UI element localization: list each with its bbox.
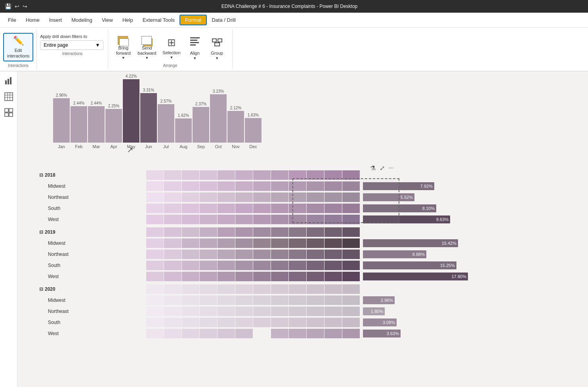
align-label: Align [190,51,199,56]
svg-rect-7 [5,80,7,84]
filter-icon[interactable]: ⚗ [370,164,376,172]
year-2018-row: ⊟ 2018 [39,170,580,181]
svg-rect-15 [5,109,8,112]
more-options-icon[interactable]: ··· [389,164,394,172]
selection-chevron: ▼ [170,55,174,59]
svg-rect-17 [5,113,8,116]
menu-data-drill[interactable]: Data / Drill [207,15,241,25]
send-backward-button[interactable]: Sendbackward ▼ [135,34,158,61]
group-label: Group [211,51,223,56]
svg-rect-6 [215,43,220,46]
edit-interactions-label: Edit interactions [7,48,29,59]
bar-jan: 2.96% [53,93,70,143]
bar-nov: 2.12% [227,106,244,143]
menu-format[interactable]: Format [179,15,207,25]
interactions-label-bottom: Interactions [40,50,105,56]
year-2018-label: 2018 [45,172,55,178]
content-area[interactable]: ↗ 2.96% 2.44% 2.44% [17,71,588,387]
menu-insert[interactable]: Insert [44,15,67,25]
align-button[interactable]: Align ▼ [185,34,205,61]
bar-northeast-2019: 8.88% [363,250,426,258]
expand-icon[interactable]: ⤢ [380,164,385,172]
entire-page-dropdown[interactable]: Entire page ▼ [40,40,103,50]
menu-file[interactable]: File [3,15,21,25]
dropdown-value: Entire page [44,42,68,48]
bar-chart: 2.96% 2.44% 2.44% 2.25% [49,79,334,143]
year-2020-row: ⊟ 2020 [39,284,580,295]
svg-rect-2 [190,42,199,43]
redo-icon[interactable]: ↪ [23,3,27,10]
row-2020-northeast: Northeast 1.80% [39,306,580,317]
undo-icon[interactable]: ↩ [15,3,19,10]
row-2018-midwest: Midwest 7.92% [39,181,580,192]
expand-2019-icon[interactable]: ⊟ [39,229,43,235]
bar-jul: 2.57% [158,99,174,143]
group-chevron: ▼ [215,56,219,60]
bar-west-2019: 17.80% [363,273,468,280]
svg-rect-4 [212,39,216,42]
matrix-visual[interactable]: ⚗ ⤢ ··· ⊟ 2018 [39,166,580,339]
bar-chart-panel-icon[interactable] [2,74,15,87]
window-title: EDNA Challenge # 6 - Insurance Complaint… [27,4,552,9]
expand-2020-icon[interactable]: ⊟ [39,286,43,292]
bar-chart-visual[interactable]: 2.96% 2.44% 2.44% 2.25% [49,79,334,149]
year-2019-label: 2019 [45,229,55,235]
bar-feb: 2.44% [71,101,87,143]
align-chevron: ▼ [193,56,197,60]
bar-south-2019: 15.25% [363,261,456,269]
bar-aug: 1.62% [175,113,192,143]
menu-external-tools[interactable]: External Tools [138,15,179,25]
year-2019-row: ⊟ 2019 [39,227,580,238]
matrix-toolbar: ⚗ ⤢ ··· [370,164,394,172]
row-2019-west: West 17.80% [39,271,580,282]
selection-button[interactable]: ⊞ Selection ▼ [160,34,183,61]
menu-modeling[interactable]: Modeling [67,15,97,25]
svg-rect-0 [190,37,200,38]
menu-help[interactable]: Help [118,15,138,25]
group-icon [212,36,223,49]
interactions-section-label: Interactions [8,62,29,68]
bring-forward-button[interactable]: Bringforward ▼ [113,34,134,61]
send-backward-label: Sendbackward [137,46,156,56]
grid-chart-panel-icon[interactable] [2,106,15,119]
row-2020-west: West 3.63% [39,328,580,339]
menu-view[interactable]: View [97,15,118,25]
bar-west-2020: 3.63% [363,330,401,337]
row-2018-south: South 8.10% [39,203,580,214]
arrange-label: Arrange [163,63,178,68]
svg-rect-18 [9,113,13,116]
expand-2018-icon[interactable]: ⊟ [39,172,43,178]
group-button[interactable]: Group ▼ [207,34,227,61]
align-icon [189,36,200,49]
bar-west-2018: 9.63% [363,215,450,223]
svg-rect-10 [5,93,13,101]
ribbon: ✏️ Edit interactions Interactions Apply … [0,28,588,71]
bar-northeast-2018: 5.52% [363,193,414,201]
edit-interactions-button[interactable]: ✏️ Edit interactions [3,33,33,61]
year-2020-label: 2020 [45,286,55,292]
bar-chart-x-labels: Jan Feb Mar Apr May Jun Jul Aug Sep Oct … [49,144,334,149]
table-panel-icon[interactable] [2,90,15,103]
apply-drill-label: Apply drill down filters to [40,31,105,39]
bar-midwest-2020: 2.96% [363,296,395,304]
heatmap-2018-cells [146,170,360,180]
save-icon[interactable]: 💾 [5,3,11,10]
title-bar-left-icons: 💾 ↩ ↪ [5,3,27,10]
row-2019-northeast: Northeast 8.88% [39,249,580,260]
arrange-buttons: Bringforward ▼ Sendbackward ▼ ⊞ Selectio… [113,31,227,63]
bar-midwest-2018: 7.92% [363,182,434,190]
svg-rect-5 [218,39,222,42]
svg-rect-3 [190,44,196,46]
bar-apr: 2.25% [105,104,122,143]
svg-rect-16 [9,109,13,112]
row-2018-west: West 9.63% [39,214,580,225]
row-2020-midwest: Midwest 2.96% [39,295,580,306]
midwest-2018-cells [146,181,360,191]
bring-forward-label: Bringforward [116,46,131,56]
menu-home[interactable]: Home [21,15,44,25]
main-area: ↗ 2.96% 2.44% 2.44% [0,71,588,387]
bar-south-2020: 3.09% [363,318,397,326]
bar-oct: 3.23% [210,89,227,143]
bar-northeast-2020: 1.80% [363,307,385,315]
bar-midwest-2019: 15.42% [363,239,458,247]
